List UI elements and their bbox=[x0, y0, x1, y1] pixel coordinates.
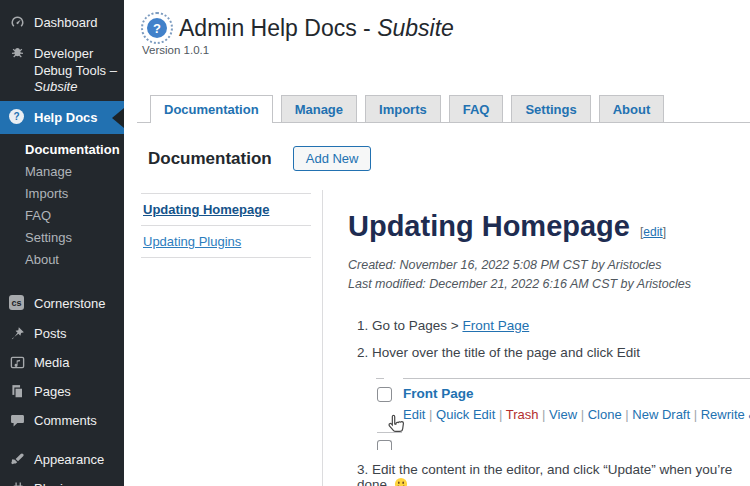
sidebar-item-plugins[interactable]: Plugins bbox=[0, 474, 124, 486]
step-1: 1. Go to Pages > Front Page bbox=[357, 318, 744, 333]
doc-steps: 1. Go to Pages > Front Page 2. Hover ove… bbox=[348, 318, 744, 360]
submenu-item-about[interactable]: About bbox=[0, 249, 124, 271]
row-divider bbox=[376, 378, 384, 379]
doc-link-updating-plugins[interactable]: Updating Plugins bbox=[143, 234, 241, 249]
doc-steps-cont: 3. Edit the content in the editor, and c… bbox=[348, 462, 744, 486]
sidebar-item-help-docs[interactable]: ? Help Docs bbox=[0, 101, 124, 134]
tab-faq[interactable]: FAQ bbox=[449, 95, 504, 122]
sidebar-item-cornerstone[interactable]: cs Cornerstone bbox=[0, 289, 124, 318]
help-docs-submenu: Documentation Manage Imports FAQ Setting… bbox=[0, 134, 124, 277]
sidebar-item-pages[interactable]: Pages bbox=[0, 377, 124, 406]
dashboard-gauge-icon bbox=[9, 14, 26, 31]
sidebar-item-posts[interactable]: Posts bbox=[0, 319, 124, 348]
doc-nav-list: Updating Homepage Updating Plugins bbox=[141, 193, 311, 258]
sidebar-item-label: Posts bbox=[34, 325, 67, 342]
page-head: Documentation Add New bbox=[148, 146, 371, 171]
sidebar-item-label: Help Docs bbox=[34, 109, 98, 126]
edit-link[interactable]: edit bbox=[643, 225, 662, 239]
row-actions: Edit | Quick Edit | Trash | View | Clone… bbox=[403, 407, 750, 422]
submenu-item-imports[interactable]: Imports bbox=[0, 183, 124, 205]
wp-admin-sidebar: Dashboard Developer Debug Tools – Subsit… bbox=[0, 0, 124, 486]
tab-imports[interactable]: Imports bbox=[365, 95, 441, 122]
admin-help-docs-logo-icon: ? bbox=[141, 12, 173, 44]
plug-icon bbox=[9, 480, 26, 486]
doc-nav-row: Updating Plugins bbox=[141, 225, 311, 258]
front-page-link[interactable]: Front Page bbox=[462, 318, 529, 333]
active-menu-arrow-icon bbox=[112, 108, 124, 128]
sidebar-item-dashboard[interactable]: Dashboard bbox=[0, 8, 124, 37]
page-title: Admin Help Docs - Subsite bbox=[179, 15, 454, 42]
pages-icon bbox=[9, 383, 26, 400]
sidebar-item-label: Pages bbox=[34, 383, 71, 400]
sidebar-item-label: Comments bbox=[34, 412, 97, 429]
front-page-row-title: Front Page bbox=[403, 386, 474, 401]
doc-nav-row: Updating Homepage bbox=[141, 193, 311, 225]
sidebar-item-label: Cornerstone bbox=[34, 295, 106, 312]
version-label: Version 1.0.1 bbox=[142, 44, 209, 56]
tab-documentation[interactable]: Documentation bbox=[150, 95, 273, 123]
pushpin-icon bbox=[9, 325, 26, 342]
media-icon bbox=[9, 354, 26, 371]
submenu-item-manage[interactable]: Manage bbox=[0, 161, 124, 183]
step-3: 3. Edit the content in the editor, and c… bbox=[357, 462, 744, 486]
edit-link-wrap: [edit] bbox=[640, 225, 666, 239]
sidebar-item-label: Appearance bbox=[34, 451, 104, 468]
embedded-screenshot: Front Page Edit | Quick Edit | Trash | V… bbox=[376, 376, 744, 454]
modified-line: Last modified: December 21, 2022 6:16 AM… bbox=[348, 275, 744, 294]
vertical-divider bbox=[322, 190, 323, 486]
sidebar-item-label: Media bbox=[34, 354, 69, 371]
sidebar-item-media[interactable]: Media bbox=[0, 348, 124, 377]
bug-icon bbox=[9, 45, 26, 62]
created-line: Created: November 16, 2022 5:08 PM CST b… bbox=[348, 256, 744, 275]
sidebar-item-appearance[interactable]: Appearance bbox=[0, 445, 124, 474]
sidebar-item-comments[interactable]: Comments bbox=[0, 406, 124, 435]
help-docs-icon: ? bbox=[9, 109, 26, 126]
doc-body: Updating Homepage[edit] Created: Novembe… bbox=[348, 210, 744, 486]
doc-meta: Created: November 16, 2022 5:08 PM CST b… bbox=[348, 256, 744, 294]
partial-row-checkbox bbox=[377, 440, 392, 450]
smiley-emoji-icon bbox=[394, 477, 408, 486]
section-heading: Documentation bbox=[148, 149, 272, 169]
tab-settings[interactable]: Settings bbox=[511, 95, 590, 122]
tab-manage[interactable]: Manage bbox=[281, 95, 357, 122]
admin-help-docs-app: Dashboard Developer Debug Tools – Subsit… bbox=[0, 0, 750, 486]
add-new-button[interactable]: Add New bbox=[293, 146, 372, 171]
comment-bubble-icon bbox=[9, 412, 26, 429]
sidebar-item-label: Developer Debug Tools – Subsite bbox=[34, 45, 118, 95]
submenu-item-settings[interactable]: Settings bbox=[0, 227, 124, 249]
sidebar-item-label: Dashboard bbox=[34, 14, 98, 31]
doc-title: Updating Homepage bbox=[348, 210, 630, 242]
tab-bar: Documentation Manage Imports FAQ Setting… bbox=[137, 95, 750, 123]
row-checkbox bbox=[377, 387, 392, 402]
submenu-item-documentation[interactable]: Documentation bbox=[0, 139, 124, 161]
step-2: 2. Hover over the title of the page and … bbox=[357, 345, 744, 360]
submenu-item-faq[interactable]: FAQ bbox=[0, 205, 124, 227]
main-content: ? Admin Help Docs - Subsite Version 1.0.… bbox=[124, 0, 750, 486]
cornerstone-icon: cs bbox=[9, 295, 26, 312]
paintbrush-icon bbox=[9, 451, 26, 468]
tab-about[interactable]: About bbox=[599, 95, 665, 122]
sidebar-item-label: Plugins bbox=[34, 480, 77, 486]
sidebar-item-developer-debug-tools[interactable]: Developer Debug Tools – Subsite bbox=[0, 37, 124, 101]
doc-link-updating-homepage[interactable]: Updating Homepage bbox=[143, 202, 269, 217]
row-divider bbox=[403, 378, 750, 379]
hand-cursor-icon bbox=[385, 412, 407, 439]
